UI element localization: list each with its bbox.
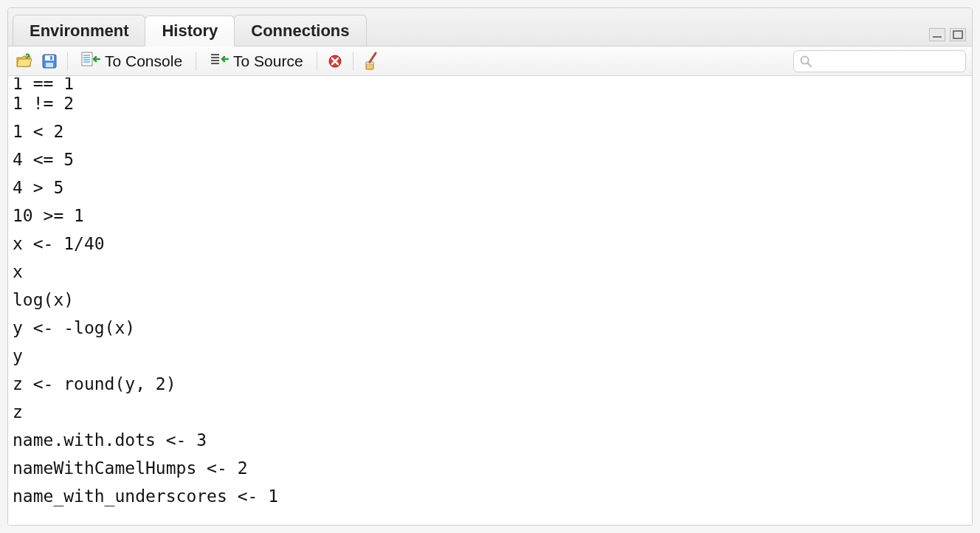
to-console-icon <box>81 51 100 71</box>
history-content[interactable]: 1 == 1 1 != 2 1 < 2 4 <= 5 4 > 5 10 >= 1… <box>8 76 972 525</box>
search-input[interactable] <box>793 50 966 72</box>
history-entry[interactable]: x <box>11 258 969 286</box>
tab-label: Environment <box>30 21 128 41</box>
tab-connections[interactable]: Connections <box>234 15 366 46</box>
history-entry[interactable]: x <- 1/40 <box>11 230 969 258</box>
history-entry[interactable]: 10 >= 1 <box>11 202 969 230</box>
history-entry[interactable]: y <- -log(x) <box>11 314 969 342</box>
svg-rect-5 <box>50 56 52 60</box>
svg-rect-3 <box>45 55 54 61</box>
open-folder-icon[interactable] <box>14 51 35 72</box>
history-entry[interactable]: 1 == 1 <box>11 78 969 89</box>
to-source-icon <box>210 51 229 71</box>
history-entry[interactable]: 4 <= 5 <box>11 145 969 173</box>
maximize-button[interactable] <box>950 28 966 41</box>
svg-rect-0 <box>933 36 942 38</box>
window-controls <box>929 28 966 46</box>
history-entry[interactable]: y <box>11 342 969 370</box>
to-console-button[interactable]: To Console <box>75 49 188 72</box>
remove-entry-icon[interactable] <box>325 51 345 72</box>
tab-label: Connections <box>251 21 349 41</box>
history-entry[interactable]: 4 > 5 <box>11 173 969 202</box>
svg-rect-6 <box>82 52 92 66</box>
tab-label: History <box>162 21 218 41</box>
history-panel: Environment History Connections <box>7 7 973 526</box>
svg-line-20 <box>370 53 376 62</box>
history-entry[interactable]: name.with.dots <- 3 <box>11 426 969 454</box>
separator <box>317 52 317 71</box>
history-entry[interactable]: nameWithCamelHumps <- 2 <box>11 454 969 482</box>
to-source-label: To Source <box>233 52 303 70</box>
minimize-button[interactable] <box>929 28 945 41</box>
toolbar: To Console To Source <box>8 47 972 76</box>
clear-history-icon[interactable] <box>361 51 382 72</box>
tab-history[interactable]: History <box>145 16 235 47</box>
to-source-button[interactable]: To Source <box>204 49 309 72</box>
to-console-label: To Console <box>105 52 182 70</box>
search-wrap <box>793 50 966 72</box>
save-icon[interactable] <box>39 51 60 72</box>
history-entry[interactable]: z <- round(y, 2) <box>11 370 969 398</box>
separator <box>196 52 196 71</box>
history-entry[interactable]: name_with_underscores <- 1 <box>11 482 969 510</box>
history-entry[interactable]: 1 != 2 <box>11 89 969 117</box>
tabs: Environment History Connections <box>13 8 366 46</box>
history-entry[interactable]: z <box>11 398 969 426</box>
history-entry[interactable]: log(x) <box>11 286 969 314</box>
svg-rect-1 <box>953 31 962 38</box>
history-entry[interactable]: 1 < 2 <box>11 117 969 145</box>
tabs-row: Environment History Connections <box>8 8 972 47</box>
tab-environment[interactable]: Environment <box>13 15 145 46</box>
separator <box>353 52 353 71</box>
separator <box>67 52 68 71</box>
svg-rect-4 <box>46 63 53 67</box>
